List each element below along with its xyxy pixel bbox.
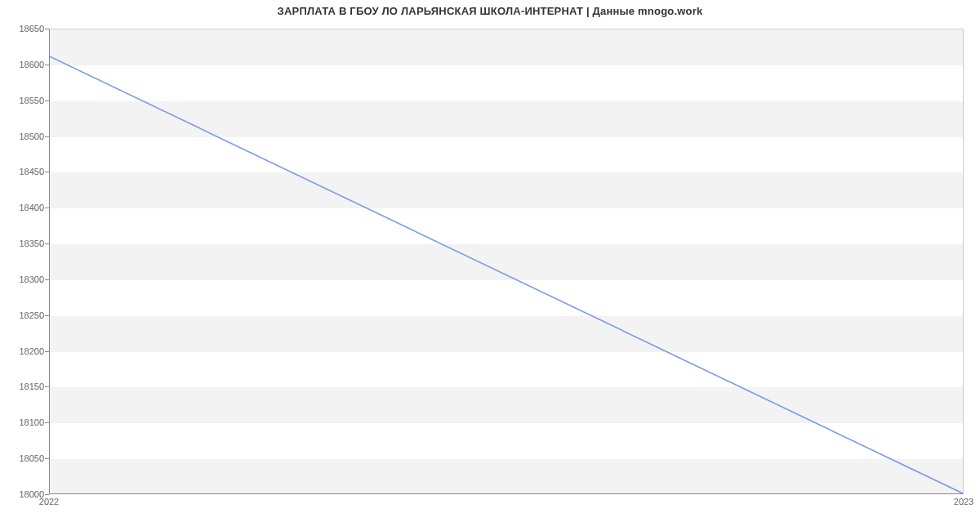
y-tick-label: 18350 (3, 239, 44, 248)
y-tick-mark (45, 315, 49, 316)
y-tick-mark (45, 494, 49, 495)
chart-title: ЗАРПЛАТА В ГБОУ ЛО ЛАРЬЯНСКАЯ ШКОЛА-ИНТЕ… (0, 5, 980, 17)
y-tick-label: 18500 (3, 132, 44, 141)
y-tick-label: 18200 (3, 346, 44, 356)
y-tick-label: 18650 (3, 24, 44, 33)
y-tick-mark (45, 172, 49, 172)
y-tick-mark (45, 243, 49, 244)
y-tick-mark (45, 136, 49, 137)
y-tick-mark (45, 207, 49, 208)
y-tick-label: 18450 (3, 167, 44, 176)
y-tick-label: 18600 (3, 60, 44, 69)
y-tick-mark (45, 279, 49, 280)
chart-container: ЗАРПЛАТА В ГБОУ ЛО ЛАРЬЯНСКАЯ ШКОЛА-ИНТЕ… (0, 0, 980, 531)
x-tick-label: 2023 (954, 497, 973, 506)
y-tick-label: 18150 (3, 382, 44, 391)
y-tick-label: 18300 (3, 274, 44, 284)
y-tick-label: 18100 (3, 417, 44, 427)
y-tick-label: 18250 (3, 310, 44, 320)
y-tick-mark (45, 386, 49, 387)
y-tick-label: 18550 (3, 96, 44, 105)
x-tick-label: 2022 (39, 497, 59, 506)
y-tick-mark (45, 422, 49, 423)
y-tick-mark (45, 458, 49, 459)
line-series (50, 29, 963, 493)
y-tick-mark (45, 65, 49, 65)
plot-area (49, 29, 964, 494)
y-tick-mark (45, 100, 49, 101)
y-tick-label: 18000 (3, 489, 44, 499)
y-tick-label: 18050 (3, 453, 44, 463)
y-tick-label: 18400 (3, 203, 44, 212)
y-tick-mark (45, 351, 49, 352)
series-line (50, 56, 963, 493)
y-tick-mark (45, 29, 49, 29)
